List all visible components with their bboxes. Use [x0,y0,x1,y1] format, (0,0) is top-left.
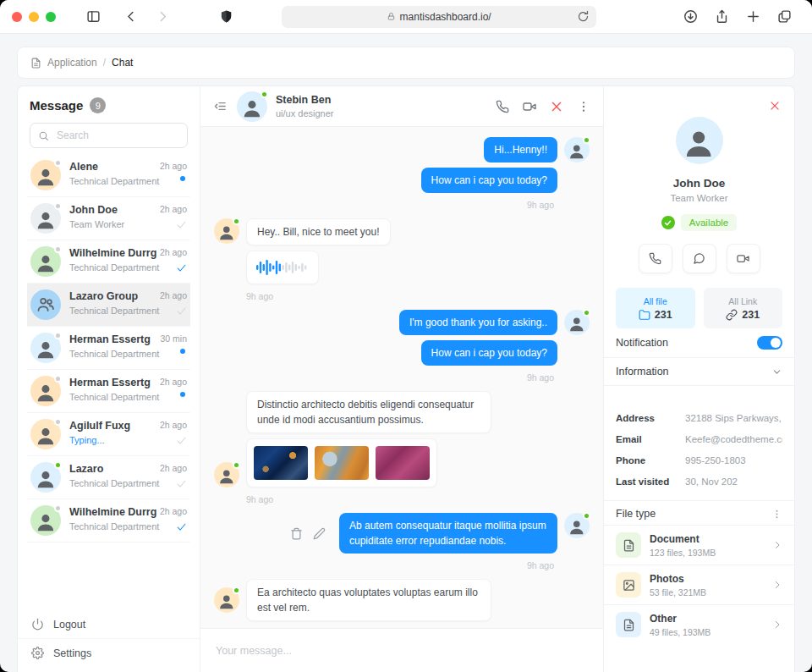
forward-icon[interactable] [156,9,170,24]
chrome-actions [675,9,800,24]
new-tab-icon[interactable] [746,9,760,24]
settings-button[interactable]: Settings [18,638,200,667]
message-timestamp: 9h ago [246,494,590,504]
logout-icon [31,618,44,631]
contact-row-john-doe[interactable]: John Doe Team Worker 2h ago [27,197,190,240]
message-bubble: Ab autem consequatur itaque mollitia ips… [339,513,557,554]
file-type-other[interactable]: Other 49 files, 193MB [604,604,794,644]
contact-row-herman-essertg-1[interactable]: Herman Essertg Technical Department 30 m… [27,327,190,370]
message-timestamp: 9h ago [214,372,554,383]
contact-role: Technical Department [69,521,151,532]
sent-check-icon [176,219,187,230]
breadcrumb: Application / Chat [17,47,795,79]
message-incoming: Ea architecto quas voluptates voluptas e… [214,579,590,621]
information-row[interactable]: Information [604,358,794,386]
notification-toggle[interactable] [757,336,782,350]
contact-name: Alene [69,161,151,173]
close-profile-icon[interactable] [769,100,781,112]
video-camera-icon [737,252,749,265]
conversation-list-icon[interactable] [213,99,228,113]
status-badge: Available [681,214,737,231]
contact-row-lazaro[interactable]: Lazaro Technical Department 2h ago [27,456,190,499]
file-type-name: Other [650,613,764,625]
call-button[interactable] [639,244,672,273]
message-incoming: Hey.. Bill, nice to meet you! [214,218,590,245]
reload-icon[interactable] [577,10,590,23]
audio-message-bubble[interactable] [246,251,319,284]
contact-row-wilhelmine-durrg[interactable]: Wilhelmine Durrg Technical Department 2h… [27,240,190,284]
chat-bubble-icon [693,252,705,265]
chevron-down-icon [771,366,782,377]
minimize-window-button[interactable] [29,12,39,22]
file-type-name: Photos [650,573,764,585]
all-files-label: All file [644,296,667,306]
profile-name: John Doe [604,177,794,190]
file-type-document[interactable]: Document 123 files, 193MB [604,525,794,565]
contact-row-lazaro-group[interactable]: Lazaro Group Technical Department 2h ago [27,284,190,327]
file-type-menu-icon[interactable] [771,509,782,520]
contact-details: Address 32188 Sips Parkways, U.S Email K… [604,386,794,501]
photos-file-icon [616,572,641,598]
zoom-window-button[interactable] [46,12,56,22]
more-options-icon[interactable] [577,100,590,113]
shared-image[interactable] [376,446,430,480]
message-outgoing: Hi...Henny!! [214,137,590,162]
shared-image[interactable] [315,446,369,480]
all-links-card[interactable]: All Link 231 [704,288,783,328]
media-summary-cards: All file 231 All Link 231 [616,288,782,328]
message-incoming-images [214,438,590,487]
share-icon[interactable] [715,9,729,24]
message-button[interactable] [683,244,716,273]
delete-message-icon[interactable] [290,527,303,540]
message-bubble: Hi...Henny!! [484,137,557,162]
shield-icon[interactable] [219,9,233,24]
address-bar[interactable]: mantisdashboard.io/ [282,6,596,28]
close-chat-icon[interactable] [550,100,563,113]
avatar [30,376,61,406]
phone-call-icon[interactable] [496,100,509,113]
all-files-card[interactable]: All file 231 [616,288,695,328]
all-links-label: All Link [728,296,757,306]
avatar [30,160,61,190]
message-input[interactable] [214,644,590,658]
contact-role: Technical Department [69,478,151,488]
phone-icon [649,252,661,265]
video-button[interactable] [727,244,760,273]
detail-value: 30, Nov 202 [685,476,738,487]
contact-name: Lazaro Group [69,290,151,302]
peer-avatar [214,218,239,244]
avatar [30,505,61,536]
contact-time: 2h ago [160,377,187,387]
breadcrumb-section[interactable]: Application [47,57,97,69]
tabs-overview-icon[interactable] [777,9,792,24]
avatar [30,462,61,493]
video-call-icon[interactable] [523,100,536,113]
contact-row-wilhelmine-durrg-2[interactable]: Wilhelmine Durrg Technical Department 2h… [27,499,190,543]
contact-row-herman-essertg-2[interactable]: Herman Essertg Technical Department 2h a… [27,370,190,413]
file-type-meta: 53 file, 321MB [650,587,764,598]
sidebar-toggle-icon[interactable] [86,9,101,24]
message-outgoing: I'm good thank you for asking.. [214,310,590,335]
close-window-button[interactable] [12,12,22,22]
message-bubble: Distinctio architecto debitis eligendi c… [246,391,491,433]
file-type-meta: 49 files, 193MB [650,627,764,637]
contact-role: Technical Department [69,262,151,273]
contact-time: 30 min [160,333,187,344]
contact-row-agilulf-fuxg[interactable]: Agilulf Fuxg Typing... 2h ago [27,413,190,456]
message-outgoing: How can i cap you today? [214,168,590,193]
contact-row-alene[interactable]: Alene Technical Department 2h ago [27,154,190,197]
logout-button[interactable]: Logout [18,610,200,638]
detail-label: Address [616,413,685,423]
edit-message-icon[interactable] [313,527,326,540]
search-input[interactable] [55,129,179,142]
contact-name: Lazaro [69,463,151,475]
lock-icon [387,12,396,21]
file-type-photos[interactable]: Photos 53 file, 321MB [604,565,794,604]
contact-role: Team Worker [69,219,151,229]
shared-image[interactable] [254,446,308,480]
message-timestamp: 9h ago [214,560,554,570]
avatar [30,333,61,363]
message-bubble: Hey.. Bill, nice to meet you! [246,218,391,245]
back-icon[interactable] [124,9,139,24]
downloads-icon[interactable] [683,9,698,24]
